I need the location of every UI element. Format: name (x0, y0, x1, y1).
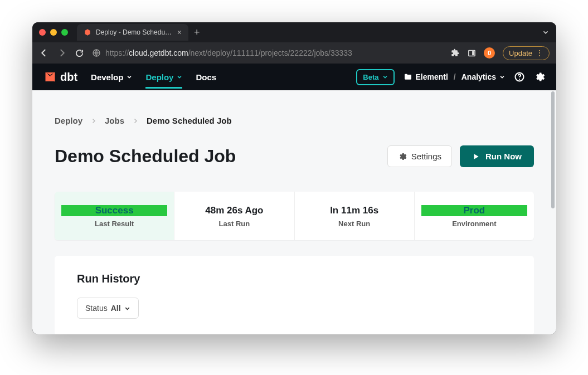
url-bar[interactable]: https://cloud.getdbt.com/next/deploy/111… (92, 48, 443, 57)
tab-title: Deploy - Demo Scheduled Job (96, 28, 173, 36)
tab-bar: Deploy - Demo Scheduled Job × + (32, 22, 556, 42)
breadcrumb-deploy[interactable]: Deploy (55, 116, 82, 125)
title-row: Demo Scheduled Job Settings Run Now (55, 145, 534, 167)
org-separator: / (454, 72, 456, 81)
stat-label: Environment (421, 220, 527, 228)
browser-right-icons: 0 Update ⋮ (451, 46, 550, 60)
breadcrumb: Deploy Jobs Demo Scheduled Job (55, 116, 534, 125)
stat-environment: Prod Environment (415, 192, 534, 240)
chevron-down-icon (177, 74, 182, 80)
chevron-down-icon (499, 74, 505, 80)
settings-icon[interactable] (534, 71, 545, 82)
logo-text: dbt (60, 71, 77, 84)
help-icon[interactable] (514, 71, 525, 82)
traffic-lights (39, 29, 68, 36)
run-history-title: Run History (77, 272, 512, 285)
header-right: Beta Elementl / Analytics (356, 69, 545, 85)
gear-icon (398, 152, 407, 161)
browser-tab[interactable]: Deploy - Demo Scheduled Job × (77, 24, 188, 41)
stat-last-run: 48m 26s Ago Last Run (174, 192, 294, 240)
nav-develop-label: Develop (91, 72, 123, 82)
nav-docs[interactable]: Docs (196, 66, 216, 89)
window-maximize[interactable] (61, 29, 68, 36)
filter-label: Status (85, 304, 108, 313)
profile-avatar[interactable]: 0 (484, 47, 495, 59)
org-name: Elementl (416, 72, 448, 81)
new-tab-button[interactable]: + (194, 27, 200, 38)
reload-button[interactable] (75, 48, 84, 58)
title-actions: Settings Run Now (387, 145, 534, 167)
tab-favicon (84, 28, 91, 36)
tab-close-icon[interactable]: × (177, 28, 182, 37)
panel-icon[interactable] (468, 49, 476, 57)
stat-label: Last Run (181, 220, 287, 228)
breadcrumb-jobs[interactable]: Jobs (105, 116, 124, 125)
nav-deploy[interactable]: Deploy (145, 66, 182, 89)
url-text: https://cloud.getdbt.com/next/deploy/111… (105, 48, 352, 57)
update-label: Update (509, 49, 532, 57)
scrollbar-thumb[interactable] (551, 91, 555, 208)
page-title: Demo Scheduled Job (55, 146, 236, 167)
settings-label: Settings (411, 152, 441, 161)
app-header: dbt Develop Deploy Docs Beta Elementl (32, 64, 556, 90)
nav-docs-label: Docs (196, 72, 216, 82)
chevron-right-icon (90, 118, 97, 124)
filter-value: All (111, 304, 121, 313)
beta-dropdown[interactable]: Beta (356, 69, 394, 85)
address-bar: https://cloud.getdbt.com/next/deploy/111… (32, 42, 556, 64)
project-name: Analytics (461, 72, 496, 81)
logo[interactable]: dbt (43, 70, 77, 84)
chevron-down-icon (382, 74, 388, 80)
svg-rect-2 (472, 51, 474, 55)
play-icon (472, 153, 480, 160)
status-filter[interactable]: Status All (77, 298, 139, 319)
forward-button[interactable] (57, 48, 67, 58)
run-now-label: Run Now (485, 152, 522, 161)
dbt-logo-icon (43, 70, 57, 84)
stat-last-result: Success Last Result (55, 192, 174, 240)
stat-cards: Success Last Result 48m 26s Ago Last Run… (55, 192, 534, 240)
nav-deploy-label: Deploy (145, 72, 173, 82)
browser-update-button[interactable]: Update ⋮ (503, 46, 550, 60)
tabs-dropdown-icon[interactable] (542, 28, 550, 36)
stat-value: Success (61, 205, 167, 216)
stat-value: In 11m 16s (302, 205, 407, 216)
url-path: /next/deploy/111111/projects/22222/jobs/… (188, 48, 352, 57)
chevron-right-icon (132, 118, 139, 124)
stat-value: 48m 26s Ago (181, 205, 287, 216)
org-selector[interactable]: Elementl / Analytics (404, 72, 506, 81)
url-domain: cloud.getdbt.com (129, 48, 188, 57)
extensions-icon[interactable] (451, 48, 460, 57)
stat-value: Prod (421, 205, 527, 216)
stat-next-run: In 11m 16s Next Run (295, 192, 415, 240)
site-info-icon[interactable] (92, 48, 101, 57)
back-button[interactable] (39, 48, 49, 58)
run-now-button[interactable]: Run Now (460, 145, 534, 167)
chevron-down-icon (127, 74, 132, 80)
stat-label: Last Result (61, 220, 167, 228)
settings-button[interactable]: Settings (387, 145, 452, 167)
svg-point-4 (519, 79, 520, 80)
url-prefix: https:// (105, 48, 129, 57)
window-minimize[interactable] (50, 29, 57, 36)
browser-window: Deploy - Demo Scheduled Job × + https://… (32, 22, 556, 334)
breadcrumb-current: Demo Scheduled Job (147, 116, 232, 125)
chevron-down-icon (124, 305, 130, 311)
stat-label: Next Run (302, 220, 407, 228)
scrollbar[interactable] (551, 90, 555, 334)
window-close[interactable] (39, 29, 46, 36)
content: Deploy Jobs Demo Scheduled Job Demo Sche… (32, 90, 556, 334)
beta-label: Beta (363, 73, 378, 81)
run-history-panel: Run History Status All (55, 256, 534, 334)
nav-develop[interactable]: Develop (91, 66, 132, 89)
folder-icon (404, 72, 412, 81)
